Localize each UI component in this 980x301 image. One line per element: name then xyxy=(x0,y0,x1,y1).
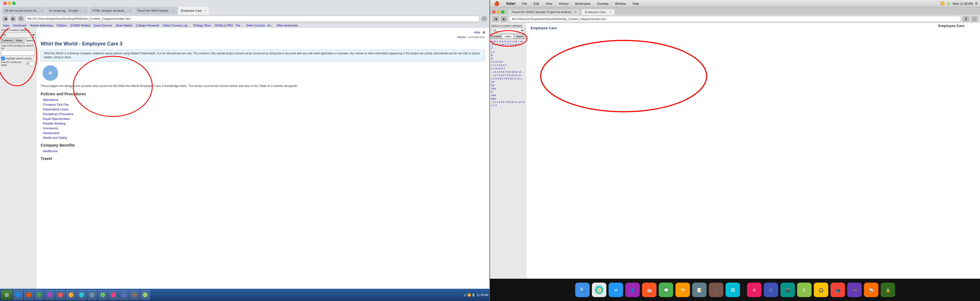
dock-photos[interactable]: 🖼 xyxy=(725,283,740,297)
alpha-O[interactable]: O xyxy=(494,43,496,46)
index-item-5deg[interactable]: 5° xyxy=(491,90,525,94)
mac-tab-search[interactable]: Search xyxy=(514,34,526,39)
alpha-C[interactable]: C xyxy=(496,40,499,43)
bookmark-share[interactable]: Share Market xyxy=(115,24,133,27)
alpha-H[interactable]: H xyxy=(509,40,512,43)
start-button[interactable]: ⊞ xyxy=(1,290,12,300)
index-item-31st[interactable]: 31st xyxy=(491,87,525,90)
mac-tab-0[interactable]: Travel the Whirls Sample Project for Aut… xyxy=(508,9,580,15)
develop-menu[interactable]: Develop xyxy=(595,2,610,6)
index-item-2[interactable]: & xyxy=(491,57,525,60)
alpha-E[interactable]: E xyxy=(501,40,504,43)
dock-contacts[interactable]: 👤 xyxy=(625,283,640,297)
taskbar-item-2[interactable] xyxy=(35,290,44,300)
taskbar-item-10[interactable] xyxy=(119,290,129,300)
link-equal-opp[interactable]: Equal Opportunities xyxy=(43,117,70,120)
help-menu[interactable]: Help xyxy=(631,2,641,6)
dock-maps[interactable]: 🗺 xyxy=(675,283,690,297)
tab-index[interactable]: Index xyxy=(14,38,24,43)
dock-calendar[interactable]: 📅 xyxy=(642,283,657,297)
alpha-G[interactable]: G xyxy=(506,40,509,43)
link-healthcare[interactable]: Healthcare xyxy=(43,149,57,153)
alpha-R[interactable]: R xyxy=(502,43,504,46)
taskbar-item-11[interactable] xyxy=(130,290,139,300)
edit-menu[interactable]: Edit xyxy=(532,2,541,6)
history-menu[interactable]: History xyxy=(557,2,570,6)
index-item-6[interactable]: . 1 2 3 4 5 6 7 8 9 10 11 12 13 14 15 16… xyxy=(491,70,525,74)
dock-item-extra2[interactable]: 🛒 xyxy=(764,283,778,297)
index-item-7am[interactable]: 7am xyxy=(491,94,525,97)
alpha-I[interactable]: I xyxy=(512,40,513,43)
alpha-U[interactable]: U xyxy=(509,43,512,46)
index-item-0[interactable]: 1 2 xyxy=(491,50,525,53)
mac-tab-close-1[interactable]: × xyxy=(609,11,611,14)
dock-item-extra7[interactable]: 🎮 xyxy=(847,283,862,297)
dock-messages[interactable]: 💬 xyxy=(659,283,673,297)
view-menu[interactable]: View xyxy=(544,2,554,6)
alpha-Y[interactable]: Y xyxy=(520,43,523,46)
tab-close-0[interactable]: × xyxy=(41,9,43,12)
alpha-J[interactable]: J xyxy=(513,40,515,43)
taskbar-item-12[interactable] xyxy=(140,290,150,300)
taskbar-item-6[interactable] xyxy=(77,290,86,300)
alpha-Q[interactable]: Q xyxy=(499,43,502,46)
reload-button[interactable]: ↻ xyxy=(18,16,24,22)
index-item-last[interactable]: 1 2 3 xyxy=(491,104,525,107)
dock-mail[interactable]: ✉ xyxy=(609,283,623,297)
alpha-P[interactable]: P xyxy=(497,43,499,46)
bookmark-online2[interactable]: Online Courses - An... xyxy=(245,24,274,27)
tab-contents[interactable]: Contents xyxy=(0,38,14,43)
safari-menu[interactable]: Safari xyxy=(504,1,517,6)
alpha-L[interactable]: L xyxy=(518,40,520,43)
mac-bookmark-btn[interactable]: ☆ xyxy=(971,16,978,22)
alpha-B[interactable]: B xyxy=(494,40,496,43)
index-item-8pm[interactable]: 8pm xyxy=(491,97,525,100)
index-item-3[interactable]: 1 2 3 4 5 6 xyxy=(491,60,525,64)
taskbar-item-1[interactable] xyxy=(24,290,33,300)
alpha-V[interactable]: V xyxy=(512,43,514,46)
apple-menu[interactable]: 🍎 xyxy=(492,0,501,7)
taskbar-item-5[interactable] xyxy=(66,290,76,300)
alpha-W[interactable]: W xyxy=(514,43,517,46)
taskbar-item-4[interactable] xyxy=(56,290,65,300)
mac-category-select[interactable]: Us... xyxy=(491,28,525,33)
mac-minimize-btn[interactable] xyxy=(497,10,500,14)
dock-finder[interactable]: 🔍 xyxy=(575,283,590,297)
bookmark-dashboard[interactable]: Dashboard xyxy=(12,24,27,27)
alpha-X[interactable]: X xyxy=(518,43,520,46)
link-grievances[interactable]: Grievances xyxy=(43,126,59,130)
index-item-deg[interactable]: 19° xyxy=(491,80,525,83)
mac-maximize-btn[interactable] xyxy=(501,10,504,14)
dock-item-extra5[interactable]: 🎧 xyxy=(814,283,828,297)
bookmark-apps[interactable]: Apps xyxy=(2,24,10,27)
link-sick-pay[interactable]: Company Sick Pay xyxy=(43,103,69,106)
mac-forward-btn[interactable]: ▶ xyxy=(501,16,507,22)
link-disciplinary[interactable]: Disciplinary Procedure xyxy=(43,112,73,116)
alpha-A[interactable]: A xyxy=(491,40,493,43)
forward-button[interactable]: ▶ xyxy=(10,16,16,22)
bookmark-jsonlint[interactable]: JSONLint PRO - The... xyxy=(213,24,243,27)
bookmark-trilogy[interactable]: Trilology Shiva xyxy=(192,24,212,27)
address-input[interactable] xyxy=(25,16,479,22)
dock-notes[interactable]: 📝 xyxy=(692,283,706,297)
index-item-4[interactable]: ( 1 2 3 4 5 6 7 xyxy=(491,64,525,67)
bookmarks-menu[interactable]: Bookmarks xyxy=(574,2,592,6)
alpha-K[interactable]: K xyxy=(515,40,517,43)
index-item-1[interactable]: $ xyxy=(491,53,525,57)
alpha-F[interactable]: F xyxy=(504,40,506,43)
dock-item-extra3[interactable]: 🎬 xyxy=(780,283,795,297)
alpha-M[interactable]: M xyxy=(520,40,523,43)
dock-music[interactable]: 🎵 xyxy=(709,283,723,297)
index-item-1st[interactable]: 1st xyxy=(491,83,525,87)
tab-close-3[interactable]: × xyxy=(173,9,175,12)
category-select[interactable]: US xyxy=(0,32,36,38)
link-flexible[interactable]: Flexible Working xyxy=(43,122,65,125)
tab-0[interactable]: 02-the-secret-of-the-riv... × xyxy=(2,7,46,14)
taskbar-item-8[interactable] xyxy=(98,290,107,300)
mac-tab-index[interactable]: Index xyxy=(502,34,514,39)
maximize-btn[interactable] xyxy=(12,2,16,5)
highlight-checkbox[interactable] xyxy=(1,56,5,60)
mac-share-btn[interactable]: ⬆ xyxy=(963,16,969,22)
dock-item-extra9[interactable]: 🔒 xyxy=(881,283,895,297)
index-item-8[interactable]: 1 2 3 4 5 6 7 8 9 10 11 12 13 14 15 16 1… xyxy=(491,77,525,80)
